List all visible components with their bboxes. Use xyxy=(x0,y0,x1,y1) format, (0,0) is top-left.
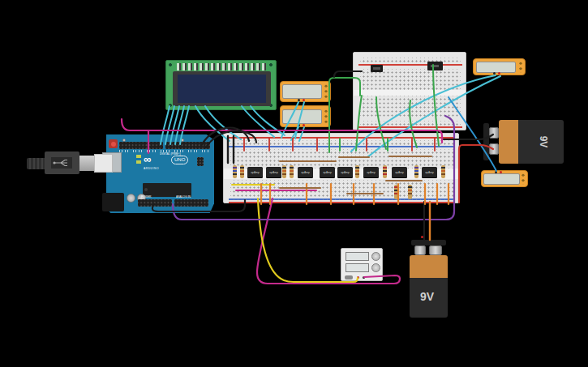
battery-cap xyxy=(483,123,489,160)
lcd-pin-header[interactable] xyxy=(177,63,268,70)
multimeter-buttons[interactable] xyxy=(323,83,329,99)
usb-plug-body[interactable] xyxy=(45,151,79,174)
resistor[interactable] xyxy=(282,165,286,178)
reset-button-cap[interactable] xyxy=(111,142,116,147)
mounting-hole xyxy=(122,139,126,142)
psu-voltage-knob[interactable] xyxy=(371,252,380,261)
battery-body[interactable]: 9V xyxy=(499,120,564,164)
analog-header[interactable] xyxy=(174,199,208,207)
power-header-label: POWER xyxy=(141,195,151,198)
multimeter-2[interactable] xyxy=(280,105,331,127)
resistor[interactable] xyxy=(355,165,359,178)
multimeter-buttons[interactable] xyxy=(520,173,526,185)
multimeter-negative-terminal[interactable] xyxy=(495,171,497,173)
psu-current-knob[interactable] xyxy=(371,263,380,272)
resistor[interactable] xyxy=(408,185,412,199)
multimeter-4[interactable] xyxy=(481,170,528,187)
opamp-label: opAmp xyxy=(323,171,331,173)
multimeter-1[interactable] xyxy=(280,81,331,102)
uno-model-badge: UNO xyxy=(171,156,188,164)
psu-power-button[interactable] xyxy=(345,275,353,280)
power-rail-holes[interactable] xyxy=(360,121,461,126)
opamp-label: opAmp xyxy=(301,171,309,173)
battery-terminal[interactable] xyxy=(414,245,426,255)
digital-header-left[interactable] xyxy=(119,142,163,149)
opamp-chip-3[interactable]: opAmp xyxy=(298,167,313,177)
resistor[interactable] xyxy=(383,165,387,178)
center-gap xyxy=(354,90,466,96)
opamp-chip-2[interactable]: opAmp xyxy=(266,167,281,177)
slide-switch[interactable] xyxy=(427,62,443,70)
opamp-chip-7[interactable]: opAmp xyxy=(392,167,407,177)
battery-voltage-label: 9V xyxy=(420,290,434,303)
opamp-chip-6[interactable]: opAmp xyxy=(363,167,379,177)
opamp-chip-4[interactable]: opAmp xyxy=(320,167,335,177)
multimeter-positive-terminal[interactable] xyxy=(303,99,305,101)
multimeter-positive-terminal[interactable] xyxy=(498,72,500,75)
terminal-holes-lower[interactable] xyxy=(230,180,453,199)
lcd-display[interactable] xyxy=(165,60,277,110)
power-supply[interactable] xyxy=(341,248,383,281)
terminal-holes-lower[interactable] xyxy=(360,96,461,117)
psu-negative-terminal[interactable] xyxy=(363,276,365,279)
reset-button[interactable] xyxy=(109,139,118,148)
resistor[interactable] xyxy=(240,165,244,178)
battery-body[interactable]: 9V xyxy=(410,255,448,318)
power-rail-positive-line xyxy=(229,137,455,139)
battery-9v-right[interactable]: 9V xyxy=(483,120,564,164)
lcd-screen xyxy=(178,75,266,103)
lcd-screw-hole xyxy=(169,63,172,66)
power-rail-holes[interactable] xyxy=(360,58,461,62)
analog-header-label: ANALOG IN xyxy=(176,195,191,198)
arduino-logo-icon: ∞ xyxy=(144,153,151,165)
power-rail-positive-line xyxy=(229,202,455,203)
icsp-header[interactable] xyxy=(197,157,204,166)
battery-9v-bottom[interactable]: 9V xyxy=(410,235,448,318)
arduino-power-jack xyxy=(102,193,124,211)
opamp-label: opAmp xyxy=(341,171,349,173)
slide-switch[interactable] xyxy=(371,65,383,72)
digital-header-right[interactable] xyxy=(165,142,210,149)
battery-positive-marker xyxy=(421,236,423,238)
battery-terminal[interactable] xyxy=(489,127,499,139)
opamp-chip-1[interactable]: opAmp xyxy=(247,167,263,177)
multimeter-screen xyxy=(282,84,321,99)
psu-positive-terminal[interactable] xyxy=(357,276,359,279)
resistor[interactable] xyxy=(290,165,294,178)
usb-cable-strain-relief[interactable] xyxy=(27,158,46,169)
multimeter-negative-terminal[interactable] xyxy=(298,99,300,101)
resistor[interactable] xyxy=(394,185,398,199)
battery-voltage-label: 9V xyxy=(538,136,549,148)
multimeter-3[interactable] xyxy=(473,58,526,75)
resistor[interactable] xyxy=(233,165,237,178)
multimeter-positive-terminal[interactable] xyxy=(500,171,502,173)
usb-icon xyxy=(51,157,72,169)
opamp-label: opAmp xyxy=(269,171,277,173)
arduino-brand-text: ARDUINO xyxy=(144,167,159,169)
resistor[interactable] xyxy=(414,165,418,178)
battery-terminal[interactable] xyxy=(429,245,442,255)
terminal-holes-upper[interactable] xyxy=(230,149,453,169)
switch-slot xyxy=(373,67,380,70)
opamp-chip-8[interactable]: opAmp xyxy=(422,167,437,177)
multimeter-positive-terminal[interactable] xyxy=(303,124,305,126)
multimeter-negative-terminal[interactable] xyxy=(298,124,300,126)
opamp-label: opAmp xyxy=(425,171,433,173)
battery-terminal[interactable] xyxy=(489,143,499,155)
multimeter-buttons[interactable] xyxy=(517,61,524,73)
power-rail-holes[interactable] xyxy=(230,140,453,145)
chip-notch xyxy=(144,188,148,191)
psu-current-display xyxy=(346,263,369,272)
power-header[interactable] xyxy=(138,199,172,207)
opamp-chip-5[interactable]: opAmp xyxy=(337,167,353,177)
digital-header-label: DIGITAL (PWM~) xyxy=(160,152,181,155)
resistor[interactable] xyxy=(441,165,445,178)
tx-led xyxy=(136,155,141,158)
psu-voltage-display xyxy=(346,252,369,261)
multimeter-buttons[interactable] xyxy=(323,109,329,125)
power-rail-positive-line xyxy=(358,126,462,128)
usb-plug-metal xyxy=(79,156,96,171)
opamp-label: opAmp xyxy=(395,171,403,173)
multimeter-negative-terminal[interactable] xyxy=(493,72,496,75)
small-breadboard[interactable] xyxy=(353,52,466,130)
